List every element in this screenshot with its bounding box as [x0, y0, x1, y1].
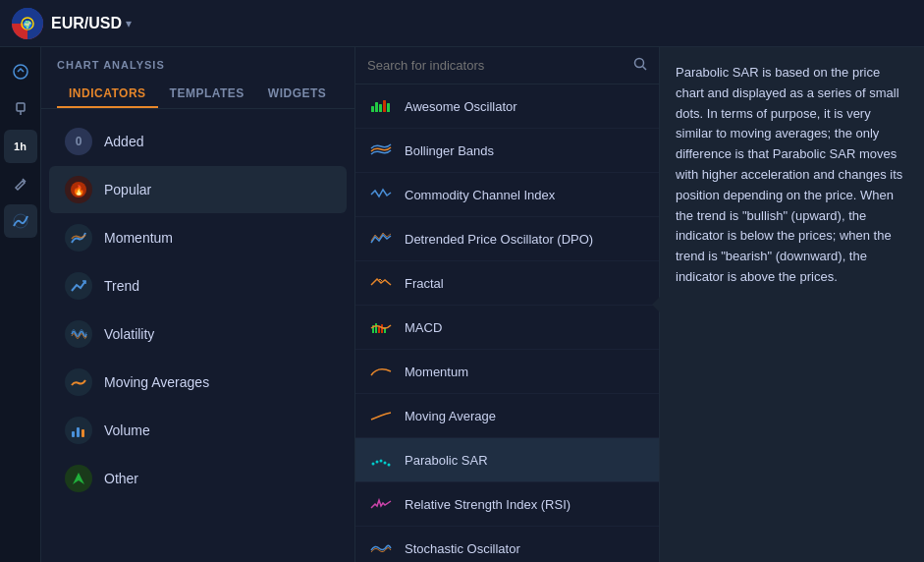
svg-point-26	[380, 460, 383, 463]
flag-button[interactable]	[4, 55, 37, 88]
tooltip-arrow	[652, 297, 660, 312]
indicators-panel: CHART ANALYSIS INDICATORS TEMPLATES WIDG…	[41, 47, 355, 562]
volatility-icon	[65, 320, 92, 348]
search-bar	[355, 47, 659, 84]
sidebar-icons: 1h	[0, 47, 41, 562]
indicator-momentum-label: Momentum	[405, 365, 468, 379]
category-added-label: Added	[104, 134, 143, 149]
momentum-indicator-icon	[369, 360, 393, 383]
indicator-awesome-oscillator-label: Awesome Oscillator	[405, 99, 517, 114]
pencil-button[interactable]	[4, 167, 37, 200]
svg-rect-10	[77, 427, 80, 437]
category-popular[interactable]: 🔥 Popular	[49, 166, 347, 213]
category-momentum[interactable]: Momentum	[49, 214, 347, 261]
svg-rect-20	[375, 323, 377, 333]
pin-button[interactable]	[4, 92, 37, 126]
top-bar: 🌍 EUR/USD ▾	[0, 0, 924, 47]
svg-rect-4	[17, 103, 25, 111]
svg-point-3	[14, 65, 27, 79]
fractal-icon	[369, 271, 393, 295]
panel-header: CHART ANALYSIS INDICATORS TEMPLATES WIDG…	[41, 47, 354, 109]
tab-indicators[interactable]: INDICATORS	[57, 81, 158, 108]
momentum-icon	[65, 224, 92, 252]
indicator-button[interactable]	[4, 204, 37, 238]
category-trend-label: Trend	[104, 278, 139, 294]
indicator-awesome-oscillator[interactable]: Awesome Oscillator	[355, 84, 659, 129]
svg-text:🔥: 🔥	[73, 184, 85, 197]
tooltip-text: Parabolic SAR is based on the price char…	[676, 63, 908, 288]
category-other[interactable]: Other	[49, 455, 347, 502]
indicator-fractal[interactable]: Fractal	[355, 261, 659, 306]
currency-pair[interactable]: EUR/USD	[51, 15, 122, 32]
indicator-parabolic-sar-label: Parabolic SAR	[405, 453, 488, 468]
indicator-rsi-label: Relative Strength Index (RSI)	[405, 497, 571, 512]
indicator-cci-label: Commodity Channel Index	[405, 188, 555, 202]
indicator-list: Awesome Oscillator Bollinger Bands	[355, 84, 659, 562]
volume-icon	[65, 417, 92, 444]
search-input[interactable]	[367, 58, 625, 73]
svg-point-28	[388, 464, 391, 467]
category-volume-label: Volume	[104, 422, 150, 438]
indicator-rsi[interactable]: Relative Strength Index (RSI)	[355, 482, 659, 527]
svg-rect-15	[375, 102, 378, 112]
indicator-stochastic-label: Stochastic Oscillator	[405, 541, 520, 556]
rsi-icon	[369, 492, 393, 516]
indicator-dpo-label: Detrended Price Oscillator (DPO)	[405, 232, 593, 247]
svg-rect-16	[379, 104, 382, 112]
panel-title: CHART ANALYSIS	[57, 59, 339, 71]
moving-averages-icon	[65, 368, 92, 396]
category-other-label: Other	[104, 471, 138, 486]
trend-icon	[65, 272, 92, 300]
tooltip-panel: Parabolic SAR is based on the price char…	[660, 47, 924, 562]
svg-line-13	[643, 67, 647, 71]
category-volume[interactable]: Volume	[49, 407, 347, 454]
category-list: 0 Added 🔥 Popular	[41, 109, 354, 511]
category-volatility-label: Volatility	[104, 326, 154, 342]
svg-point-24	[372, 463, 375, 466]
main-panel: 1h CHART ANALYSIS INDICATORS TEMPLATES W…	[0, 47, 924, 562]
parabolic-sar-icon	[369, 448, 393, 472]
popular-icon: 🔥	[65, 176, 92, 203]
indicator-dpo[interactable]: Detrended Price Oscillator (DPO)	[355, 217, 659, 261]
category-momentum-label: Momentum	[104, 230, 173, 246]
added-badge: 0	[65, 128, 92, 155]
svg-rect-9	[72, 431, 75, 437]
stochastic-icon	[369, 536, 393, 560]
category-popular-label: Popular	[104, 182, 151, 197]
timeframe-button[interactable]: 1h	[4, 130, 37, 163]
indicator-moving-average-label: Moving Average	[405, 409, 496, 423]
category-volatility[interactable]: Volatility	[49, 310, 347, 358]
cci-icon	[369, 183, 393, 206]
category-moving-averages-label: Moving Averages	[104, 374, 209, 390]
indicator-cci[interactable]: Commodity Channel Index	[355, 173, 659, 217]
svg-point-12	[635, 59, 644, 68]
awesome-oscillator-icon	[369, 94, 393, 118]
category-added[interactable]: 0 Added	[49, 118, 347, 165]
indicator-stochastic[interactable]: Stochastic Oscillator	[355, 527, 659, 562]
svg-rect-18	[387, 103, 390, 112]
indicator-fractal-label: Fractal	[405, 276, 444, 291]
other-icon	[65, 465, 92, 492]
indicator-moving-average[interactable]: Moving Average	[355, 394, 659, 438]
indicator-bollinger-bands[interactable]: Bollinger Bands	[355, 129, 659, 173]
svg-point-25	[376, 461, 379, 464]
tab-widgets[interactable]: WIDGETS	[256, 81, 339, 108]
svg-rect-14	[371, 106, 374, 112]
macd-icon	[369, 315, 393, 339]
category-moving-averages[interactable]: Moving Averages	[49, 359, 347, 406]
svg-point-27	[384, 462, 387, 465]
indicator-macd[interactable]: MACD	[355, 306, 659, 350]
moving-average-icon	[369, 404, 393, 427]
indicator-parabolic-sar[interactable]: Parabolic SAR	[355, 438, 659, 482]
currency-dropdown-icon[interactable]: ▾	[126, 17, 132, 30]
search-icon	[633, 57, 647, 74]
indicator-momentum[interactable]: Momentum	[355, 350, 659, 394]
category-trend[interactable]: Trend	[49, 262, 347, 309]
timeframe-label: 1h	[14, 140, 27, 152]
indicator-bollinger-bands-label: Bollinger Bands	[405, 143, 494, 158]
svg-text:🌍: 🌍	[23, 20, 32, 29]
currency-flag: 🌍	[12, 8, 43, 39]
dpo-icon	[369, 227, 393, 251]
tab-templates[interactable]: TEMPLATES	[158, 81, 256, 108]
indicators-list-panel: Awesome Oscillator Bollinger Bands	[355, 47, 660, 562]
